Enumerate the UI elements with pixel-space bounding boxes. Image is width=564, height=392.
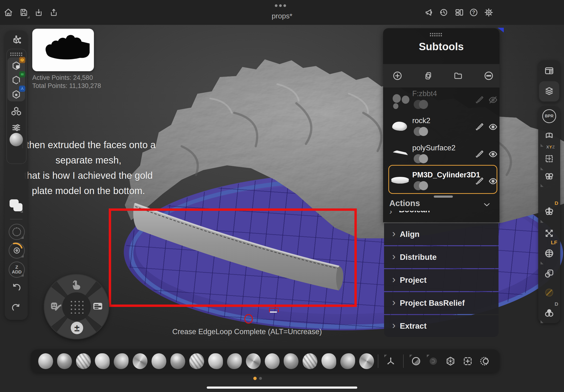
history-button[interactable] — [437, 6, 450, 19]
scrolled-action-row[interactable]: › Boolean — [389, 211, 490, 221]
eye-off-icon[interactable] — [488, 95, 498, 105]
mask-tool-button[interactable] — [409, 354, 423, 368]
draw-grid-button[interactable] — [8, 73, 24, 87]
paint-icon[interactable] — [474, 95, 485, 105]
subtool-row-pm3d-cylinder[interactable]: PM3D_Cylinder3D1 — [385, 169, 497, 195]
home-indicator[interactable] — [207, 387, 357, 389]
page-dot[interactable] — [259, 377, 262, 380]
subtool-row-polysurface2[interactable]: polySurface2 — [385, 142, 497, 168]
multitasking-dots-icon[interactable] — [275, 4, 289, 7]
action-row-project-basrelief[interactable]: › Project BasRelief — [384, 292, 498, 314]
layers-button[interactable] — [542, 84, 557, 99]
morph-target-button[interactable] — [542, 266, 557, 281]
smooth-tool-button[interactable] — [426, 354, 440, 368]
brush-notch[interactable] — [170, 353, 185, 369]
wheel-center-button[interactable] — [62, 292, 91, 321]
select-add-button[interactable] — [461, 354, 475, 368]
panel-grip-handle[interactable] — [430, 33, 442, 36]
zadd-button[interactable]: Z ADD — [9, 262, 25, 278]
brush-fold[interactable] — [359, 353, 374, 369]
intensity-button[interactable] — [9, 242, 25, 259]
wheel-paint-segment[interactable] — [49, 299, 62, 313]
polypaint-toggle[interactable] — [414, 100, 429, 109]
wheel-zoom-segment[interactable]: ± — [70, 321, 84, 335]
polypaint-toggle[interactable] — [414, 181, 429, 190]
actions-section-header[interactable]: Actions — [389, 198, 493, 211]
gizmo-tool-button[interactable] — [8, 33, 24, 47]
grid-snap-button[interactable]: XYZ — [542, 151, 557, 166]
save-button[interactable] — [17, 6, 30, 19]
settings-button[interactable] — [482, 6, 495, 19]
brush-pinch-column[interactable] — [303, 353, 317, 369]
action-row-project[interactable]: › Project — [384, 269, 498, 291]
action-row-align[interactable]: › Align — [384, 223, 498, 245]
action-row-extract[interactable]: › Extract — [384, 315, 498, 337]
more-options-button[interactable] — [482, 69, 495, 83]
brush-swirl[interactable] — [38, 353, 53, 369]
document-title[interactable]: props* — [246, 12, 318, 20]
brush-wire-mesh[interactable] — [284, 353, 299, 369]
draw-point-button[interactable] — [8, 87, 24, 101]
clip-button[interactable] — [542, 128, 557, 143]
brush-flat-disc[interactable] — [227, 353, 242, 369]
panels-button[interactable] — [542, 63, 557, 78]
redo-button[interactable] — [8, 301, 24, 315]
brush-teardrop[interactable] — [265, 353, 280, 369]
color-swatch-button[interactable] — [10, 199, 23, 213]
home-button[interactable] — [2, 6, 15, 19]
export-share-button[interactable] — [47, 6, 60, 19]
brush-rocky[interactable] — [57, 353, 72, 369]
undo-button[interactable] — [8, 281, 24, 294]
material-sphere-button[interactable] — [10, 133, 23, 146]
brush-s-curve[interactable] — [133, 353, 148, 369]
brush-spiral[interactable] — [321, 353, 336, 369]
polymesh-button[interactable] — [8, 104, 24, 118]
paint-icon[interactable] — [474, 176, 485, 186]
brush-spiky[interactable] — [246, 353, 261, 369]
brush-double-bump[interactable] — [114, 353, 129, 369]
shelf-pager[interactable] — [253, 377, 262, 380]
polypaint-toggle[interactable] — [414, 154, 429, 163]
add-subtool-button[interactable] — [391, 69, 404, 83]
symmetry-button[interactable] — [542, 169, 557, 184]
brush-crosshatch[interactable] — [76, 353, 91, 369]
bpr-render-button[interactable]: BPR — [542, 109, 557, 124]
polypaint-toggle[interactable] — [414, 127, 429, 136]
wheel-pan-segment[interactable] — [70, 278, 83, 292]
paint-icon[interactable] — [474, 122, 485, 132]
help-button[interactable]: ? — [467, 6, 480, 19]
lightbox-button[interactable]: LF — [542, 246, 557, 261]
wheel-panel-segment[interactable] — [91, 299, 104, 313]
subtool-row-rock2[interactable]: rock2 — [385, 114, 497, 141]
adjustments-button[interactable] — [8, 120, 24, 134]
import-button[interactable] — [32, 6, 45, 19]
subtool-row-fzbbt4[interactable]: F:zbbt4 — [385, 87, 497, 114]
announcements-button[interactable] — [423, 6, 436, 19]
symmetry-pin-button[interactable]: D — [542, 204, 557, 219]
brush-wedge[interactable] — [189, 353, 204, 369]
render-clover-button[interactable]: D — [542, 305, 557, 320]
draw-solid-button[interactable] — [8, 59, 24, 73]
radial-symmetry-button[interactable] — [478, 354, 492, 368]
brush-striped[interactable] — [95, 353, 110, 369]
folder-button[interactable] — [452, 69, 465, 83]
paint-icon[interactable] — [474, 149, 485, 159]
eye-icon[interactable] — [488, 149, 498, 159]
eye-icon[interactable] — [488, 176, 498, 186]
brush-coil[interactable] — [151, 353, 166, 369]
brush-dome[interactable] — [340, 353, 355, 369]
transpose-tool-button[interactable] — [384, 354, 398, 368]
eye-icon[interactable] — [488, 122, 498, 132]
list-resize-handle[interactable] — [434, 196, 453, 198]
disabled-render-button[interactable] — [542, 285, 557, 300]
action-row-distribute[interactable]: › Distribute — [384, 246, 498, 268]
duplicate-subtool-button[interactable] — [422, 69, 435, 83]
polyframe-button[interactable] — [443, 354, 457, 368]
frame-view-button[interactable] — [542, 226, 557, 241]
navigation-wheel[interactable]: ± — [44, 274, 109, 339]
layout-button[interactable] — [453, 6, 466, 19]
stroke-button[interactable] — [9, 224, 25, 240]
brush-egg[interactable] — [208, 353, 223, 369]
active-tool-preview[interactable] — [32, 29, 94, 71]
page-dot-active[interactable] — [253, 377, 257, 380]
